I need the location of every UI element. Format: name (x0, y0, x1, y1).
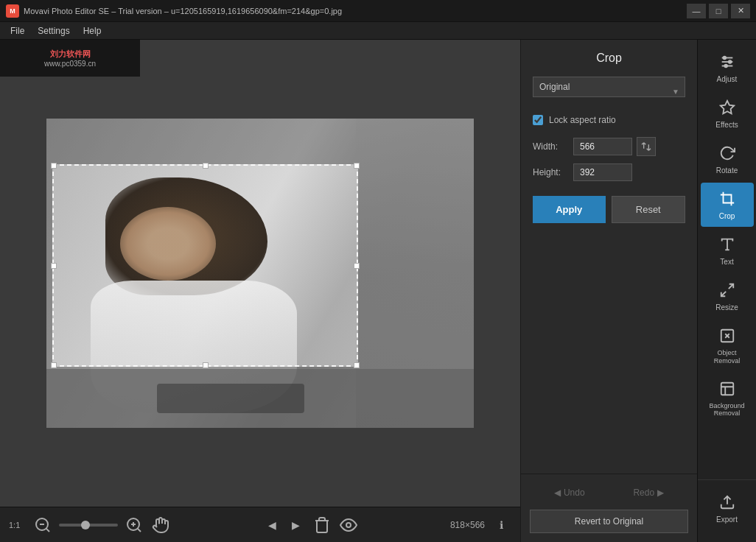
menubar: File Settings Help 刘力软件网 www.pc0359.cn (0, 22, 756, 40)
menu-settings[interactable]: Settings (32, 24, 75, 38)
crop-handle-bottommid[interactable] (203, 362, 209, 368)
export-label: Export (716, 515, 738, 524)
window-title: Movavi Photo Editor SE – Trial version –… (24, 7, 342, 15)
svg-point-11 (723, 57, 726, 60)
width-label: Width: (533, 141, 573, 152)
next-button[interactable]: ▶ (285, 515, 306, 535)
dimensions-label: 818×566 (450, 520, 485, 530)
undo-redo-row: ◀ Undo Redo ▶ (530, 483, 688, 502)
action-buttons: Apply Reset (533, 196, 685, 223)
resize-icon (717, 280, 738, 300)
text-label: Text (720, 258, 733, 267)
zoom-slider[interactable] (59, 524, 118, 527)
width-row: Width: (533, 137, 685, 156)
sidebar-item-crop[interactable]: Crop (701, 183, 754, 227)
crop-handle-midright[interactable] (354, 263, 360, 269)
height-input[interactable] (573, 163, 632, 181)
hand-tool-button[interactable] (150, 515, 171, 535)
crop-handle-topleft[interactable] (51, 163, 57, 169)
menu-file[interactable]: File (4, 24, 30, 38)
export-section: Export (698, 479, 756, 536)
preview-button[interactable] (338, 515, 359, 535)
lock-aspect-checkbox[interactable] (533, 115, 543, 125)
crop-label: Crop (719, 212, 735, 221)
menu-help[interactable]: Help (77, 24, 108, 38)
lock-aspect-label: Lock aspect ratio (549, 115, 616, 125)
aspect-ratio-dropdown[interactable]: Original Custom 1:1 4:3 16:9 3:2 (533, 77, 685, 97)
export-icon (717, 492, 738, 513)
crop-handle-bottomleft[interactable] (51, 362, 57, 368)
svg-point-13 (724, 65, 727, 68)
adjust-label: Adjust (717, 75, 738, 84)
right-panel: Crop Original Custom 1:1 4:3 16:9 3:2 ▼ … (520, 40, 697, 542)
watermark-url: www.pc0359.cn (44, 60, 96, 68)
background-removal-label: BackgroundRemoval (709, 402, 744, 418)
crop-selection[interactable] (52, 164, 358, 367)
crop-panel: Crop Original Custom 1:1 4:3 16:9 3:2 ▼ … (521, 40, 697, 474)
zoom-slider-thumb[interactable] (81, 521, 90, 529)
info-button[interactable]: ℹ (491, 515, 511, 535)
zoom-label: 1:1 (9, 521, 27, 529)
sidebar: Adjust Effects Rotate Crop Text (697, 40, 756, 542)
crop-handle-midleft[interactable] (51, 263, 57, 269)
bottom-toolbar: 1:1 ◀ ▶ 818× (0, 507, 520, 542)
adjust-icon (717, 52, 738, 72)
sidebar-item-object-removal[interactable]: ObjectRemoval (701, 320, 754, 371)
svg-line-4 (138, 528, 141, 531)
sidebar-item-text[interactable]: Text (701, 228, 754, 272)
svg-rect-22 (721, 382, 733, 395)
undo-label: Undo (564, 488, 585, 498)
crop-handle-topright[interactable] (354, 163, 360, 169)
app-icon: M (6, 4, 19, 18)
sidebar-item-resize[interactable]: Resize (701, 274, 754, 318)
reset-button[interactable]: Reset (612, 196, 686, 223)
aspect-ratio-dropdown-wrapper: Original Custom 1:1 4:3 16:9 3:2 ▼ (533, 77, 685, 106)
canvas-container (0, 40, 520, 507)
redo-label: Redo (633, 488, 654, 498)
close-button[interactable]: ✕ (731, 4, 750, 18)
main-layout: 1:1 ◀ ▶ 818× (0, 40, 756, 542)
panel-bottom: ◀ Undo Redo ▶ Revert to Original (521, 474, 697, 542)
window-controls: — □ ✕ (687, 4, 750, 18)
height-row: Height: (533, 163, 685, 181)
effects-icon (717, 97, 738, 118)
crop-panel-title: Crop (533, 52, 685, 65)
sidebar-item-export[interactable]: Export (701, 486, 754, 530)
svg-marker-14 (720, 101, 733, 113)
crop-handle-bottomright[interactable] (354, 362, 360, 368)
sidebar-item-adjust[interactable]: Adjust (701, 46, 754, 90)
redo-arrow-icon: ▶ (657, 488, 664, 498)
height-label: Height: (533, 167, 573, 177)
effects-label: Effects (715, 121, 738, 130)
zoom-out-button[interactable] (32, 515, 53, 535)
redo-button[interactable]: Redo ▶ (609, 483, 689, 502)
watermark: 刘力软件网 www.pc0359.cn (0, 40, 140, 77)
delete-button[interactable] (312, 515, 332, 535)
svg-point-7 (346, 523, 351, 527)
width-input[interactable] (573, 138, 632, 155)
sidebar-item-effects[interactable]: Effects (701, 91, 754, 136)
rotate-icon (717, 143, 738, 163)
swap-dimensions-button[interactable] (637, 137, 656, 156)
apply-button[interactable]: Apply (533, 196, 606, 223)
undo-button[interactable]: ◀ Undo (530, 483, 609, 502)
svg-point-12 (728, 60, 731, 63)
prev-button[interactable]: ◀ (262, 515, 282, 535)
revert-button[interactable]: Revert to Original (530, 510, 688, 533)
sidebar-item-rotate[interactable]: Rotate (701, 137, 754, 181)
titlebar: M Movavi Photo Editor SE – Trial version… (0, 0, 756, 22)
canvas-area: 1:1 ◀ ▶ 818× (0, 40, 520, 542)
background-removal-icon (717, 379, 738, 399)
object-removal-icon (717, 325, 738, 346)
svg-line-17 (728, 284, 732, 289)
text-icon (717, 234, 738, 255)
resize-label: Resize (715, 303, 738, 312)
nav-buttons: ◀ ▶ (262, 515, 306, 535)
minimize-button[interactable]: — (687, 4, 706, 18)
svg-line-1 (46, 528, 49, 531)
crop-handle-topmid[interactable] (203, 163, 209, 169)
maximize-button[interactable]: □ (709, 4, 728, 18)
svg-line-18 (721, 292, 725, 296)
zoom-in-button[interactable] (124, 515, 144, 535)
sidebar-item-background-removal[interactable]: BackgroundRemoval (701, 373, 754, 424)
